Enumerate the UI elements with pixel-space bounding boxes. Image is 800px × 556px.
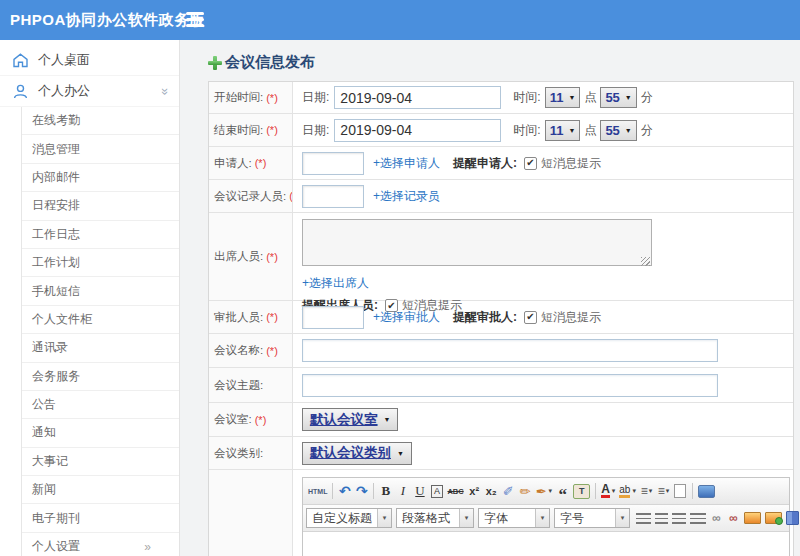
font-size-select[interactable]: 字号▾ (554, 508, 630, 528)
dropdown-arrow-icon: ▾ (459, 509, 473, 527)
row-attendees: 出席人员:(*) +选择出席人 提醒出席人员: ✔ 短消息提示 (209, 213, 793, 301)
required-mark: (*) (266, 311, 278, 323)
format-painter-icon[interactable]: ✏ (517, 481, 534, 502)
meeting-category-select[interactable]: 默认会议类别▼ (302, 442, 412, 465)
attendees-textarea[interactable] (302, 219, 652, 266)
remind-approver-label: 提醒审批人: (453, 309, 517, 326)
html-source-button[interactable]: HTML (306, 481, 329, 502)
paste-text-icon[interactable]: T (573, 484, 590, 499)
page-break-icon[interactable] (784, 508, 800, 529)
meeting-room-select[interactable]: 默认会议室▼ (302, 408, 398, 431)
new-page-icon[interactable] (672, 481, 689, 502)
meeting-subject-input[interactable] (302, 374, 718, 397)
select-arrow-icon: ▼ (384, 416, 391, 423)
align-center-icon[interactable] (653, 508, 670, 529)
approver-input[interactable] (302, 306, 364, 329)
insert-link-icon[interactable]: ∞ (708, 508, 725, 529)
sidebar-item-message-mgmt[interactable]: 消息管理 (22, 135, 179, 163)
row-meeting-subject: 会议主题: (209, 368, 793, 403)
required-mark: (*) (255, 414, 267, 426)
insert-image-icon[interactable] (742, 508, 763, 529)
sidebar-item-work-plan[interactable]: 工作计划 (22, 249, 179, 277)
row-meeting-category: 会议类别: 默认会议类别▼ (209, 437, 793, 470)
time-label: 时间: (513, 89, 540, 106)
start-date-input[interactable] (334, 86, 501, 109)
blockquote-icon[interactable]: “ (554, 481, 571, 502)
sidebar: 个人桌面 个人办公 » 在线考勤 消息管理 内部邮件 日程安排 工作日志 工作计… (0, 40, 180, 556)
sidebar-item-work-log[interactable]: 工作日志 (22, 221, 179, 249)
unordered-list-dropdown[interactable]: ≡▾ (655, 481, 672, 502)
row-meeting-room: 会议室:(*) 默认会议室▼ (209, 403, 793, 437)
paragraph-format-select[interactable]: 段落格式▾ (396, 508, 474, 528)
end-date-input[interactable] (334, 119, 501, 142)
sidebar-item-announcement[interactable]: 公告 (22, 391, 179, 419)
font-color-dropdown[interactable]: A▾ (599, 481, 617, 502)
align-left-icon[interactable] (634, 508, 653, 529)
sidebar-item-news[interactable]: 新闻 (22, 476, 179, 504)
auto-typeset-dropdown[interactable]: ✒▾ (534, 481, 554, 502)
bold-icon[interactable]: B (377, 481, 394, 502)
align-right-icon[interactable] (670, 508, 688, 529)
end-minute-select[interactable]: 55▼ (600, 120, 636, 141)
sidebar-item-desktop[interactable]: 个人桌面 (0, 45, 179, 76)
rich-text-editor: HTML ↶ ↷ B I U A ABC x² x₂ ✐ ✏ (302, 477, 790, 556)
menu-toggle-icon[interactable] (186, 12, 204, 27)
custom-title-select[interactable]: 自定义标题▾ (306, 508, 392, 528)
date-label: 日期: (302, 89, 329, 106)
required-mark: (*) (266, 124, 278, 136)
recorder-input[interactable] (302, 185, 364, 208)
choose-attendee-link[interactable]: +选择出席人 (302, 275, 369, 292)
app-logo: PHPOA协同办公软件政务版 (0, 11, 205, 30)
sidebar-item-internal-mail[interactable]: 内部邮件 (22, 164, 179, 192)
check-icon: ✔ (526, 158, 534, 168)
date-label: 日期: (302, 122, 329, 139)
applicant-input[interactable] (302, 152, 364, 175)
required-mark: (*) (255, 157, 267, 169)
meeting-name-input[interactable] (302, 339, 718, 362)
superscript-icon[interactable]: x² (466, 481, 483, 502)
choose-approver-link[interactable]: +选择审批人 (373, 309, 440, 326)
italic-icon[interactable]: I (394, 481, 411, 502)
remove-link-icon[interactable]: ∞ (725, 508, 742, 529)
subscript-icon[interactable]: x₂ (483, 481, 500, 502)
sidebar-item-online-attendance[interactable]: 在线考勤 (22, 107, 179, 135)
sidebar-item-personal-settings[interactable]: 个人设置 » (22, 533, 179, 556)
end-hour-select[interactable]: 11▼ (545, 120, 581, 141)
sidebar-item-contacts[interactable]: 通讯录 (22, 334, 179, 362)
approver-sms-checkbox[interactable]: ✔ (524, 311, 537, 324)
sidebar-item-meeting-service[interactable]: 会务服务 (22, 363, 179, 391)
dropdown-arrow-icon: ▾ (649, 487, 653, 495)
row-applicant: 申请人:(*) +选择申请人 提醒申请人: ✔ 短消息提示 (209, 147, 793, 180)
underline-icon[interactable]: U (411, 481, 428, 502)
user-icon (12, 83, 29, 100)
choose-recorder-link[interactable]: +选择记录员 (373, 188, 440, 205)
dropdown-arrow-icon: ▾ (615, 509, 629, 527)
font-family-select[interactable]: 字体▾ (478, 508, 550, 528)
eraser-icon[interactable]: ✐ (500, 481, 517, 502)
ordered-list-dropdown[interactable]: ≡▾ (638, 481, 655, 502)
highlight-color-dropdown[interactable]: ab▾ (617, 481, 638, 502)
remove-format-icon[interactable]: A (431, 485, 443, 498)
sidebar-item-sms[interactable]: 手机短信 (22, 277, 179, 305)
upload-image-icon[interactable] (763, 508, 784, 529)
choose-applicant-link[interactable]: +选择申请人 (373, 155, 440, 172)
sidebar-item-milestones[interactable]: 大事记 (22, 448, 179, 476)
align-justify-icon[interactable] (688, 508, 708, 529)
row-approver: 审批人员:(*) +选择审批人 提醒审批人: ✔ 短消息提示 (209, 301, 793, 334)
editor-content-area[interactable] (303, 532, 789, 556)
remind-applicant-label: 提醒申请人: (453, 155, 517, 172)
row-meeting-name: 会议名称:(*) (209, 334, 793, 368)
editor-toolbar-row2: 自定义标题▾ 段落格式▾ 字体▾ 字号▾ ∞ ∞ (303, 505, 789, 532)
start-hour-select[interactable]: 11▼ (545, 87, 581, 108)
strikethrough-icon[interactable]: ABC (445, 481, 465, 502)
applicant-sms-checkbox[interactable]: ✔ (524, 157, 537, 170)
fullscreen-icon[interactable] (696, 481, 717, 502)
sidebar-item-schedule[interactable]: 日程安排 (22, 192, 179, 220)
sidebar-item-office[interactable]: 个人办公 » (0, 76, 179, 107)
sidebar-item-notice[interactable]: 通知 (22, 419, 179, 447)
redo-icon[interactable]: ↷ (353, 481, 370, 502)
sidebar-item-file-cabinet[interactable]: 个人文件柜 (22, 306, 179, 334)
sidebar-item-e-journal[interactable]: 电子期刊 (22, 504, 179, 532)
start-minute-select[interactable]: 55▼ (600, 87, 636, 108)
undo-icon[interactable]: ↶ (336, 481, 353, 502)
